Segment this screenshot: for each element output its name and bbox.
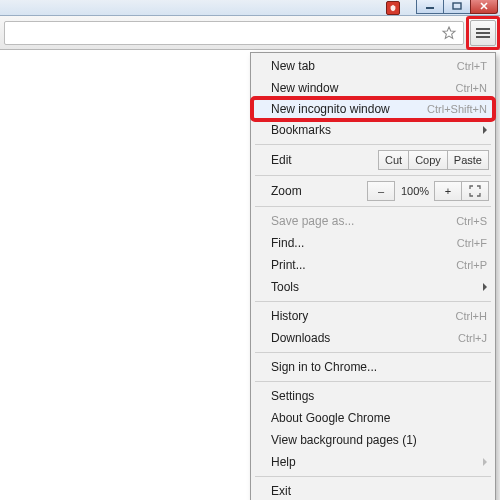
menu-help[interactable]: Help xyxy=(253,451,493,473)
window-minimize-button[interactable] xyxy=(416,0,444,14)
menu-item-label: Sign in to Chrome... xyxy=(271,360,487,374)
submenu-arrow-icon xyxy=(483,126,487,134)
menu-shortcut: Ctrl+Shift+N xyxy=(427,103,487,115)
edit-copy-button[interactable]: Copy xyxy=(408,150,448,170)
menu-edit-row: Edit Cut Copy Paste xyxy=(253,148,493,172)
menu-item-label: Settings xyxy=(271,389,487,403)
menu-item-label: History xyxy=(271,309,456,323)
menu-item-label: About Google Chrome xyxy=(271,411,487,425)
menu-separator xyxy=(255,144,491,145)
svg-rect-4 xyxy=(476,32,490,34)
menu-save-page-as: Save page as... Ctrl+S xyxy=(253,210,493,232)
menu-new-tab[interactable]: New tab Ctrl+T xyxy=(253,55,493,77)
menu-item-label: Save page as... xyxy=(271,214,456,228)
menu-separator xyxy=(255,352,491,353)
menu-shortcut: Ctrl+P xyxy=(456,259,487,271)
menu-sign-in[interactable]: Sign in to Chrome... xyxy=(253,356,493,378)
window-maximize-button[interactable] xyxy=(443,0,471,14)
menu-zoom-row: Zoom – 100% + xyxy=(253,179,493,203)
menu-item-label: Bookmarks xyxy=(271,123,477,137)
svg-marker-2 xyxy=(443,27,455,38)
chrome-menu-button[interactable] xyxy=(470,20,496,46)
menu-shortcut: Ctrl+H xyxy=(456,310,487,322)
menu-item-label: New incognito window xyxy=(271,102,427,116)
address-bar[interactable] xyxy=(4,21,464,45)
menu-separator xyxy=(255,381,491,382)
svg-rect-5 xyxy=(476,36,490,38)
bookmark-star-icon[interactable] xyxy=(441,25,457,41)
menu-new-incognito-window[interactable]: New incognito window Ctrl+Shift+N xyxy=(252,98,494,120)
menu-separator xyxy=(255,175,491,176)
menu-about[interactable]: About Google Chrome xyxy=(253,407,493,429)
submenu-arrow-icon xyxy=(483,283,487,291)
window-titlebar xyxy=(0,0,500,16)
zoom-in-button[interactable]: + xyxy=(434,181,462,201)
menu-bookmarks[interactable]: Bookmarks xyxy=(253,119,493,141)
menu-item-label: Help xyxy=(271,455,477,469)
menu-shortcut: Ctrl+J xyxy=(458,332,487,344)
menu-item-label: View background pages (1) xyxy=(271,433,487,447)
zoom-level: 100% xyxy=(395,185,435,197)
edit-cut-button[interactable]: Cut xyxy=(378,150,409,170)
menu-background-pages[interactable]: View background pages (1) xyxy=(253,429,493,451)
menu-item-label: Edit xyxy=(271,153,379,167)
menu-item-label: Tools xyxy=(271,280,477,294)
menu-item-label: New tab xyxy=(271,59,457,73)
fullscreen-button[interactable] xyxy=(461,181,489,201)
chrome-menu-dropdown: New tab Ctrl+T New window Ctrl+N New inc… xyxy=(250,52,496,500)
menu-new-window[interactable]: New window Ctrl+N xyxy=(253,77,493,99)
menu-item-label: Exit xyxy=(271,484,487,498)
browser-toolbar xyxy=(0,16,500,50)
menu-item-label: Downloads xyxy=(271,331,458,345)
menu-shortcut: Ctrl+F xyxy=(457,237,487,249)
menu-separator xyxy=(255,476,491,477)
menu-shortcut: Ctrl+N xyxy=(456,82,487,94)
menu-exit[interactable]: Exit xyxy=(253,480,493,500)
menu-settings[interactable]: Settings xyxy=(253,385,493,407)
menu-item-label: Print... xyxy=(271,258,456,272)
menu-separator xyxy=(255,206,491,207)
zoom-out-button[interactable]: – xyxy=(367,181,395,201)
window-close-button[interactable] xyxy=(470,0,498,14)
edit-paste-button[interactable]: Paste xyxy=(447,150,489,170)
menu-find[interactable]: Find... Ctrl+F xyxy=(253,232,493,254)
svg-rect-0 xyxy=(426,7,434,9)
menu-item-label: New window xyxy=(271,81,456,95)
extension-badge-icon[interactable] xyxy=(386,1,400,15)
menu-tools[interactable]: Tools xyxy=(253,276,493,298)
menu-separator xyxy=(255,301,491,302)
menu-shortcut: Ctrl+T xyxy=(457,60,487,72)
menu-downloads[interactable]: Downloads Ctrl+J xyxy=(253,327,493,349)
menu-item-label: Find... xyxy=(271,236,457,250)
submenu-arrow-icon xyxy=(483,458,487,466)
svg-rect-1 xyxy=(453,3,461,9)
menu-shortcut: Ctrl+S xyxy=(456,215,487,227)
menu-item-label: Zoom xyxy=(271,184,368,198)
svg-rect-3 xyxy=(476,28,490,30)
menu-history[interactable]: History Ctrl+H xyxy=(253,305,493,327)
menu-print[interactable]: Print... Ctrl+P xyxy=(253,254,493,276)
